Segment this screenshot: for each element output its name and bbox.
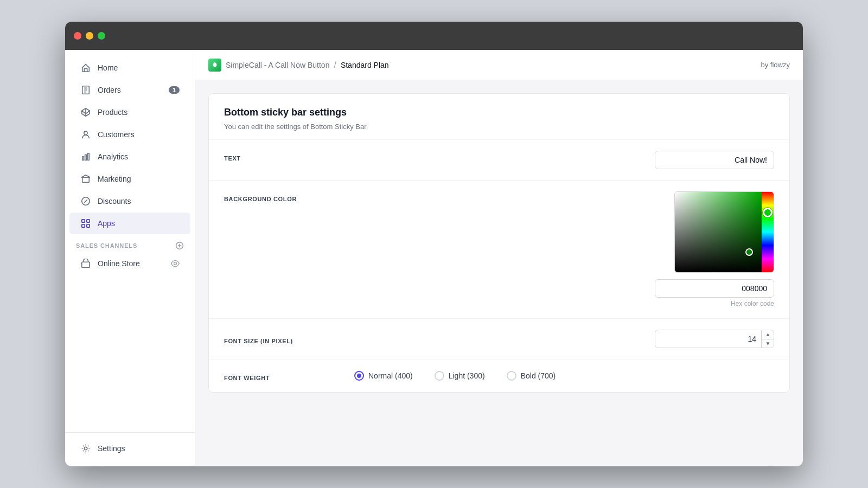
marketing-icon bbox=[80, 174, 91, 184]
hex-input-wrapper: Hex color code bbox=[655, 279, 774, 307]
sidebar-item-apps-label: Apps bbox=[98, 219, 115, 228]
color-gradient[interactable] bbox=[675, 192, 762, 272]
sidebar-bottom: Settings bbox=[65, 432, 195, 460]
breadcrumb-current: Standard Plan bbox=[341, 61, 389, 69]
products-icon bbox=[80, 107, 91, 118]
svg-rect-8 bbox=[87, 220, 90, 222]
font-weight-radio-group: Normal (400) Light (300) Bold (700) bbox=[354, 371, 556, 381]
sidebar-item-discounts-label: Discounts bbox=[98, 197, 131, 206]
breadcrumb-app-name[interactable]: SimpleCall - A Call Now Button bbox=[226, 61, 329, 69]
sidebar-item-products-label: Products bbox=[98, 108, 127, 117]
app-body: Home Orders 1 bbox=[65, 50, 803, 466]
radio-bold-label: Bold (700) bbox=[521, 371, 556, 380]
radio-light-circle bbox=[435, 371, 444, 381]
orders-icon bbox=[80, 85, 91, 95]
svg-rect-9 bbox=[82, 224, 85, 227]
text-label: TEXT bbox=[224, 151, 333, 162]
font-size-row: FONT SIZE (IN PIXEL) ▲ ▼ bbox=[209, 319, 789, 359]
sidebar-item-online-store[interactable]: Online Store bbox=[69, 253, 190, 274]
hex-color-label: Hex color code bbox=[731, 300, 774, 307]
sidebar-item-settings[interactable]: Settings bbox=[69, 438, 190, 459]
font-weight-label: FONT WEIGHT bbox=[224, 370, 333, 381]
radio-bold-circle bbox=[507, 371, 516, 381]
sidebar-item-online-store-label: Online Store bbox=[98, 259, 140, 268]
radio-normal-circle bbox=[354, 371, 364, 381]
sidebar-item-discounts[interactable]: Discounts bbox=[69, 190, 190, 212]
by-label: by flowzy bbox=[761, 61, 790, 69]
card-subtitle: You can edit the settings of Bottom Stic… bbox=[224, 123, 774, 131]
sidebar-item-marketing-label: Marketing bbox=[98, 175, 131, 183]
font-size-input[interactable] bbox=[655, 330, 774, 348]
sidebar-item-apps[interactable]: Apps bbox=[69, 213, 190, 234]
color-picker-controls: Hex color code bbox=[655, 191, 774, 307]
breadcrumb-separator: / bbox=[334, 60, 336, 70]
color-hue-strip[interactable] bbox=[762, 192, 774, 272]
breadcrumb: SimpleCall - A Call Now Button / Standar… bbox=[208, 59, 389, 72]
add-sales-channel-icon[interactable] bbox=[175, 241, 184, 250]
sidebar-item-orders-label: Orders bbox=[98, 86, 121, 94]
card-header: Bottom sticky bar settings You can edit … bbox=[209, 94, 789, 140]
number-spinners: ▲ ▼ bbox=[761, 330, 774, 348]
number-input-wrapper: ▲ ▼ bbox=[655, 330, 774, 348]
font-size-control: ▲ ▼ bbox=[655, 330, 774, 348]
text-setting-row: TEXT bbox=[209, 140, 789, 181]
font-weight-row: FONT WEIGHT Normal (400) Light (300) bbox=[209, 359, 789, 392]
maximize-button[interactable] bbox=[98, 32, 105, 40]
sidebar-item-customers-label: Customers bbox=[98, 130, 135, 139]
text-control bbox=[655, 151, 774, 169]
sidebar-item-home-label: Home bbox=[98, 63, 118, 72]
main-content: SimpleCall - A Call Now Button / Standar… bbox=[195, 50, 803, 466]
analytics-icon bbox=[80, 151, 91, 162]
app-window: Home Orders 1 bbox=[65, 22, 803, 466]
store-icon bbox=[80, 258, 91, 269]
sidebar-item-analytics[interactable]: Analytics bbox=[69, 146, 190, 168]
page-content: Bottom sticky bar settings You can edit … bbox=[195, 80, 803, 466]
svg-point-14 bbox=[84, 447, 87, 450]
online-store-eye-icon[interactable] bbox=[171, 259, 180, 268]
sidebar-item-products[interactable]: Products bbox=[69, 101, 190, 123]
color-picker-widget[interactable] bbox=[674, 191, 774, 273]
svg-rect-4 bbox=[85, 155, 87, 160]
topbar: SimpleCall - A Call Now Button / Standar… bbox=[195, 50, 803, 80]
text-input[interactable] bbox=[655, 151, 774, 169]
hue-thumb[interactable] bbox=[763, 208, 773, 217]
svg-point-2 bbox=[84, 131, 87, 134]
card-title: Bottom sticky bar settings bbox=[224, 107, 774, 118]
sidebar-item-marketing[interactable]: Marketing bbox=[69, 168, 190, 190]
sidebar-item-settings-label: Settings bbox=[98, 444, 125, 453]
traffic-lights bbox=[74, 32, 105, 40]
radio-normal-label: Normal (400) bbox=[368, 371, 413, 380]
background-color-row: BACKGROUND COLOR bbox=[209, 181, 789, 319]
spinner-down[interactable]: ▼ bbox=[762, 339, 774, 349]
minimize-button[interactable] bbox=[86, 32, 93, 40]
apps-icon bbox=[80, 218, 91, 229]
color-gradient-thumb[interactable] bbox=[745, 248, 753, 256]
close-button[interactable] bbox=[74, 32, 81, 40]
hex-color-input[interactable] bbox=[655, 279, 774, 298]
svg-rect-7 bbox=[82, 220, 85, 222]
sidebar-item-home[interactable]: Home bbox=[69, 57, 190, 79]
settings-icon bbox=[80, 443, 91, 454]
background-color-label: BACKGROUND COLOR bbox=[224, 191, 333, 202]
font-weight-control: Normal (400) Light (300) Bold (700) bbox=[354, 371, 556, 381]
sidebar-item-analytics-label: Analytics bbox=[98, 152, 128, 161]
discounts-icon bbox=[80, 196, 91, 207]
font-weight-bold[interactable]: Bold (700) bbox=[507, 371, 556, 381]
radio-light-label: Light (300) bbox=[449, 371, 485, 380]
settings-card: Bottom sticky bar settings You can edit … bbox=[208, 93, 790, 393]
sidebar-item-orders[interactable]: Orders 1 bbox=[69, 79, 190, 101]
svg-point-13 bbox=[174, 262, 177, 265]
sales-channels-header: SALES CHANNELS bbox=[65, 235, 195, 252]
sidebar: Home Orders 1 bbox=[65, 50, 195, 466]
customers-icon bbox=[80, 129, 91, 140]
sales-channels-label: SALES CHANNELS bbox=[76, 242, 137, 249]
topbar-right: by flowzy bbox=[761, 61, 790, 69]
sidebar-item-customers[interactable]: Customers bbox=[69, 124, 190, 145]
font-weight-normal[interactable]: Normal (400) bbox=[354, 371, 413, 381]
orders-badge: 1 bbox=[169, 86, 180, 94]
font-weight-light[interactable]: Light (300) bbox=[435, 371, 485, 381]
app-icon bbox=[208, 59, 221, 72]
spinner-up[interactable]: ▲ bbox=[762, 330, 774, 339]
svg-rect-12 bbox=[82, 262, 90, 267]
sidebar-nav: Home Orders 1 bbox=[65, 56, 195, 428]
